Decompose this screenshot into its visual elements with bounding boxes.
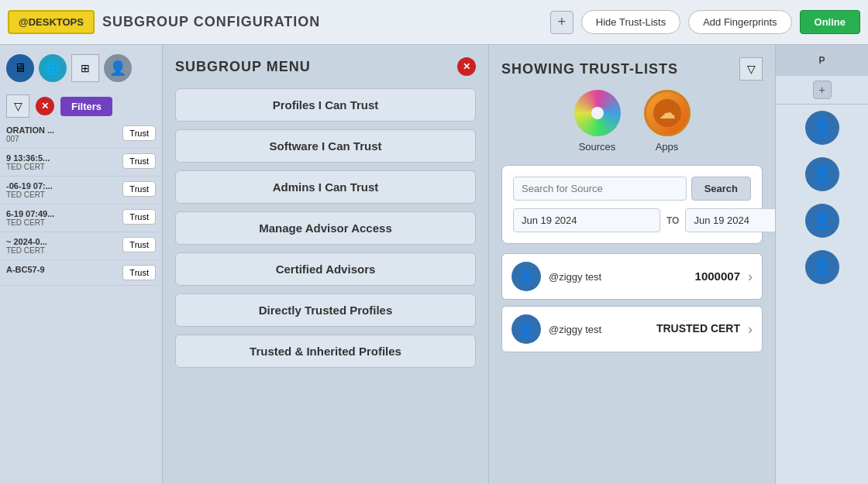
topbar: @DESKTOPS SUBGROUP CONFIGURATION + Hide … [0,0,868,45]
profiles-i-can-trust-button[interactable]: Profiles I Can Trust [175,88,476,122]
trust-button[interactable]: Trust [122,153,156,169]
sidebar-icon-1[interactable]: 🖥 [6,54,34,82]
certified-advisors-button[interactable]: Certified Advisors [175,252,476,286]
result-info: @ziggy test TRUSTED CERT [549,322,740,336]
subgroup-menu-panel: SUBGROUP MENU ✕ Profiles I Can Trust Sof… [163,45,488,484]
sidebar-icons-row: 🖥 🌐 ⊞ 👤 [0,45,162,91]
left-sidebar: 🖥 🌐 ⊞ 👤 ▽ ✕ Filters ORATION ... 007 Trus… [0,45,163,484]
search-row: Search [513,177,751,201]
sidebar-filter-row: ▽ ✕ Filters [0,91,162,121]
list-item: A-BC57-9 Trust [0,260,162,286]
trust-button[interactable]: Trust [122,181,156,197]
result-avatar: 👤 [512,314,541,344]
date-row: TO ✕ [513,208,751,232]
chevron-right-icon: › [748,321,753,338]
brand-badge[interactable]: @DESKTOPS [8,10,95,34]
sidebar-avatar[interactable]: 👤 [104,54,132,82]
online-button[interactable]: Online [800,10,860,34]
topbar-title: SUBGROUP CONFIGURATION [102,14,542,30]
trust-button[interactable]: Trust [122,209,156,225]
far-right-add-row: + [776,76,868,105]
sidebar-icon-2[interactable]: 🌐 [39,54,67,82]
subgroup-menu-title: SUBGROUP MENU [175,59,311,75]
result-name: @ziggy test [549,324,601,335]
trust-lists-panel: SHOWING TRUST-LISTS ▽ Sources ☁ Apps [488,45,775,484]
filters-badge-button[interactable]: Filters [60,97,112,116]
result-name: @ziggy test [549,271,601,283]
result-id: 1000007 [695,269,740,283]
list-item: 6-19 07:49... TED CERT Trust [0,204,162,232]
result-badge: TRUSTED CERT [656,322,740,335]
sidebar-scroll-list: ORATION ... 007 Trust 9 13:36:5... TED C… [0,121,162,484]
far-right-panel: P + 👤 👤 👤 👤 [775,45,868,484]
trust-list-result-row[interactable]: 👤 @ziggy test 1000007 › [501,253,763,300]
trust-button[interactable]: Trust [122,237,156,252]
trust-list-result-row[interactable]: 👤 @ziggy test TRUSTED CERT › [501,306,763,352]
list-item: ORATION ... 007 Trust [0,121,162,149]
add-fingerprints-button[interactable]: Add Fingerprints [688,10,791,34]
trust-lists-filter-button[interactable]: ▽ [739,57,763,81]
hide-trust-lists-button[interactable]: Hide Trust-Lists [581,10,680,34]
filter-funnel-button[interactable]: ▽ [6,94,29,118]
sidebar-icon-3[interactable]: ⊞ [71,54,99,82]
filter-close-button[interactable]: ✕ [36,97,54,115]
manage-advisor-access-button[interactable]: Manage Advisor Access [175,211,476,245]
subgroup-menu-header: SUBGROUP MENU ✕ [175,57,476,76]
directly-trusted-profiles-button[interactable]: Directly Trusted Profiles [175,293,476,327]
trust-button[interactable]: Trust [122,265,156,280]
software-i-can-trust-button[interactable]: Software I Can Trust [175,129,476,163]
admins-i-can-trust-button[interactable]: Admins I Can Trust [175,170,476,204]
far-right-add-button[interactable]: + [813,81,832,99]
search-button[interactable]: Search [691,177,751,201]
date-to-input[interactable] [685,208,775,232]
sources-label: Sources [579,141,616,153]
search-input[interactable] [513,177,687,201]
far-right-avatar[interactable]: 👤 [805,204,839,238]
sources-icon-item[interactable]: Sources [574,90,621,153]
trusted-and-inherited-profiles-button[interactable]: Trusted & Inherited Profiles [175,335,476,368]
far-right-avatar[interactable]: 👤 [805,250,839,284]
subgroup-menu-close-button[interactable]: ✕ [457,57,476,76]
far-right-header: P [776,45,868,76]
far-right-avatar[interactable]: 👤 [805,157,839,191]
far-right-avatar[interactable]: 👤 [805,111,839,145]
trust-lists-title: SHOWING TRUST-LISTS [501,61,678,77]
trust-lists-header: SHOWING TRUST-LISTS ▽ [501,57,763,81]
apps-icon: ☁ [644,90,691,136]
sources-icon [574,90,621,136]
result-avatar: 👤 [512,262,541,291]
chevron-right-icon: › [748,269,753,285]
search-box: Search TO ✕ [501,165,763,244]
list-item: -06-19 07:... TED CERT Trust [0,177,162,204]
result-info: @ziggy test 1000007 [549,269,740,283]
date-separator: TO [666,215,679,226]
list-item: 9 13:36:5... TED CERT Trust [0,149,162,177]
date-from-input[interactable] [513,208,660,232]
trust-button[interactable]: Trust [122,125,156,141]
main-area: 🖥 🌐 ⊞ 👤 ▽ ✕ Filters ORATION ... 007 Trus… [0,45,868,484]
list-item: ~ 2024-0... TED CERT Trust [0,232,162,260]
add-subgroup-button[interactable]: + [550,11,574,34]
apps-icon-item[interactable]: ☁ Apps [644,90,691,153]
apps-label: Apps [656,141,679,153]
trust-icons-row: Sources ☁ Apps [501,90,763,153]
